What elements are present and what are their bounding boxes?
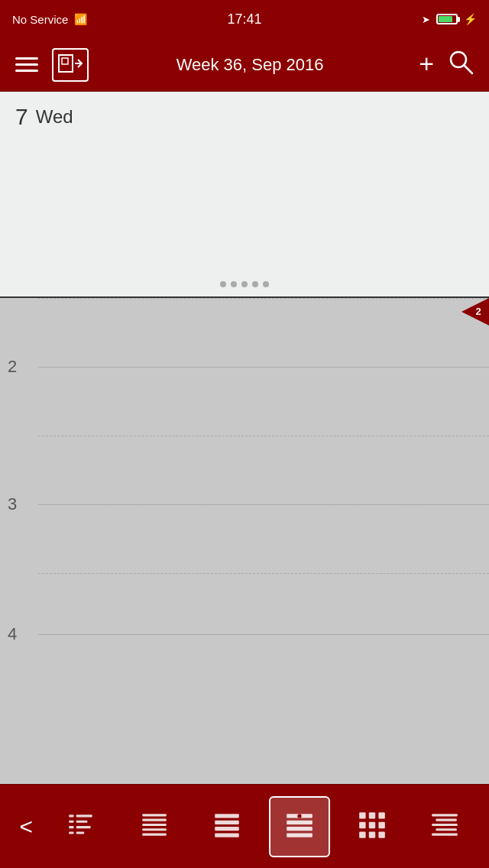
svg-rect-18 <box>142 828 167 831</box>
tab-week[interactable] <box>269 796 330 857</box>
search-button[interactable] <box>448 49 474 80</box>
day-header: 7 Wed <box>0 92 489 130</box>
svg-rect-23 <box>215 833 239 837</box>
hour-label-4: 4 <box>8 624 17 644</box>
page-dot-2 <box>231 281 237 287</box>
svg-rect-34 <box>379 821 385 828</box>
week-icon <box>284 810 315 844</box>
svg-rect-39 <box>436 818 457 821</box>
view-toggle-button[interactable] <box>52 48 89 82</box>
location-icon: ➤ <box>422 14 430 25</box>
carrier-label: No Service <box>12 13 68 26</box>
svg-rect-29 <box>359 812 365 818</box>
hour-label-2: 2 <box>8 357 17 377</box>
dotted-line <box>38 573 489 574</box>
svg-rect-30 <box>369 812 375 818</box>
svg-rect-7 <box>70 815 74 817</box>
dotted-line <box>38 298 489 299</box>
svg-rect-8 <box>76 815 92 817</box>
wifi-icon: 📶 <box>74 13 87 25</box>
svg-rect-31 <box>379 812 385 818</box>
svg-rect-42 <box>432 833 458 835</box>
tab-list[interactable] <box>196 796 257 857</box>
scroll-indicator <box>220 281 269 287</box>
svg-rect-35 <box>359 831 365 837</box>
svg-rect-26 <box>287 827 313 831</box>
back-button[interactable]: < <box>14 814 40 840</box>
svg-rect-15 <box>142 814 167 816</box>
svg-rect-33 <box>369 821 375 828</box>
timeline-view-icon <box>66 810 96 844</box>
svg-rect-21 <box>215 820 239 824</box>
page-dot-3 <box>241 281 248 287</box>
month-icon <box>357 810 387 844</box>
svg-rect-19 <box>142 833 167 835</box>
list-icon <box>212 810 242 844</box>
dotted-line <box>38 436 489 436</box>
svg-rect-20 <box>215 814 239 818</box>
svg-rect-27 <box>287 833 313 837</box>
tab-agenda[interactable] <box>414 796 475 857</box>
week-label: Week 36, Sep 2016 <box>102 55 397 75</box>
hour-row-3[interactable]: 3 <box>0 436 489 573</box>
svg-rect-40 <box>432 823 458 825</box>
toolbar: Week 36, Sep 2016 + <box>0 38 489 92</box>
page-dot-1 <box>220 281 226 287</box>
hour-label-3: 3 <box>8 494 17 514</box>
day-name: Wed <box>36 106 73 128</box>
hour-row-4[interactable]: 4 <box>0 573 489 695</box>
svg-rect-1 <box>62 58 68 64</box>
svg-rect-22 <box>215 827 239 831</box>
page-dot-5 <box>263 281 269 287</box>
svg-text:2: 2 <box>475 306 481 317</box>
charging-icon: ⚡ <box>464 13 477 25</box>
svg-rect-41 <box>436 828 457 831</box>
dotted-line-mid <box>38 367 489 368</box>
status-bar: No Service 📶 17:41 ➤ ⚡ <box>0 0 489 38</box>
hour-line-4 <box>38 634 489 635</box>
svg-rect-11 <box>70 826 74 828</box>
svg-rect-38 <box>432 814 458 816</box>
svg-rect-13 <box>70 831 74 834</box>
battery-icon <box>436 14 458 24</box>
svg-point-28 <box>297 814 301 818</box>
svg-rect-12 <box>76 826 91 828</box>
svg-rect-16 <box>142 818 167 821</box>
tab-timeline[interactable] <box>50 796 112 857</box>
svg-rect-25 <box>287 820 313 824</box>
current-time-indicator: 2 <box>461 298 489 329</box>
svg-rect-10 <box>76 820 88 822</box>
page-dot-4 <box>252 281 258 287</box>
tabbar: < <box>0 784 489 868</box>
list-compact-icon <box>139 810 170 844</box>
dotted-line-mid <box>38 504 489 505</box>
svg-line-4 <box>464 65 472 73</box>
allday-section: 7 Wed <box>0 92 489 298</box>
clock: 17:41 <box>227 11 261 28</box>
svg-rect-17 <box>142 823 167 825</box>
tab-month[interactable] <box>342 796 403 857</box>
day-number: 7 <box>15 104 28 130</box>
svg-rect-14 <box>76 831 85 834</box>
timeline-section[interactable]: 2 2 3 4 <box>0 298 489 784</box>
svg-rect-37 <box>379 831 385 837</box>
svg-rect-36 <box>369 831 375 837</box>
hour-row-2[interactable]: 2 <box>0 298 489 436</box>
svg-rect-9 <box>70 820 74 822</box>
tab-list-compact[interactable] <box>124 796 185 857</box>
menu-button[interactable] <box>15 57 38 72</box>
agenda-icon <box>429 810 460 844</box>
svg-rect-32 <box>359 821 365 828</box>
add-button[interactable]: + <box>419 50 434 76</box>
